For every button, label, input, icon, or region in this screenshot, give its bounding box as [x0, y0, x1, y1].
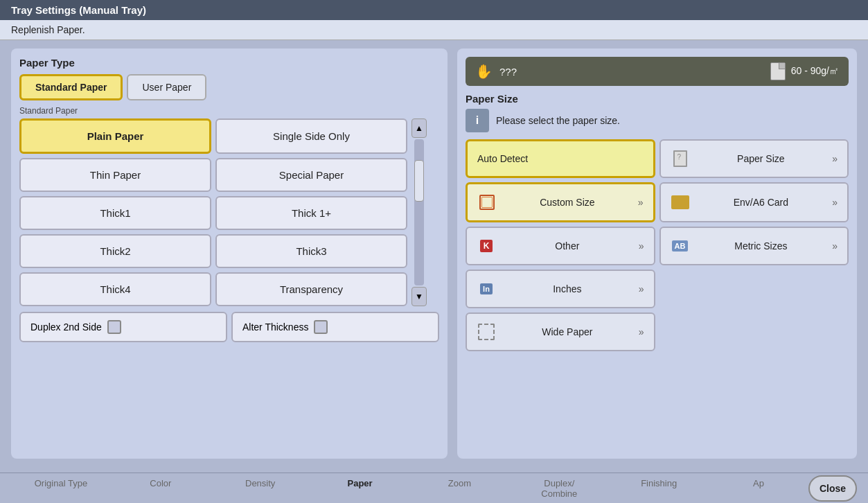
- paper-size-chevron: »: [832, 153, 838, 164]
- tab-finishing[interactable]: Finishing: [609, 474, 709, 503]
- custom-size-label: Custom Size: [502, 197, 632, 208]
- auto-detect-label: Auto Detect: [477, 153, 528, 164]
- scroll-track: [414, 139, 424, 285]
- bottom-tabs: Original Type Color Density Paper Zoom D…: [11, 474, 808, 503]
- in-icon: In: [480, 283, 493, 294]
- alter-label: Alter Thickness: [242, 321, 308, 333]
- paper-btn-thick1[interactable]: Thick1: [19, 196, 211, 230]
- size-btn-other[interactable]: K Other »: [466, 227, 655, 265]
- custom-size-chevron: »: [638, 197, 644, 208]
- other-chevron: »: [639, 240, 644, 251]
- size-btn-custom-size[interactable]: Custom Size »: [466, 182, 655, 222]
- size-btn-metric[interactable]: AB Metric Sizes »: [659, 227, 849, 265]
- bottom-bar: Original Type Color Density Paper Zoom D…: [0, 473, 868, 503]
- alter-thickness-button[interactable]: Alter Thickness: [231, 312, 439, 342]
- duplex-2nd-side-button[interactable]: Duplex 2nd Side: [19, 312, 227, 342]
- paper-btn-transparency[interactable]: Transparency: [215, 272, 407, 306]
- paper-type-tabs: Standard Paper User Paper: [19, 74, 439, 100]
- custom-size-icon: [477, 193, 497, 212]
- paper-grid-wrapper: Plain Paper Single Side Only Thin Paper …: [19, 118, 439, 306]
- tab-color[interactable]: Color: [111, 474, 211, 503]
- scrollbar: ▲ ▼: [411, 118, 427, 306]
- subtitle-text: Replenish Paper.: [11, 24, 85, 35]
- other-icon: K: [477, 236, 496, 256]
- tab-user-paper[interactable]: User Paper: [127, 74, 206, 100]
- paper-type-heading: Paper Type: [19, 57, 439, 69]
- please-select-text: Please select the paper size.: [496, 115, 620, 126]
- scroll-up-button[interactable]: ▲: [411, 118, 427, 138]
- paper-btn-thick2[interactable]: Thick2: [19, 234, 211, 268]
- paper-btn-single-side[interactable]: Single Side Only: [215, 118, 407, 154]
- metric-label: Metric Sizes: [696, 240, 827, 251]
- paper-btn-thick4[interactable]: Thick4: [19, 272, 211, 306]
- inches-icon: In: [477, 279, 496, 299]
- subtitle-bar: Replenish Paper.: [0, 20, 868, 40]
- paper-btn-special[interactable]: Special Paper: [215, 158, 407, 192]
- size-grid: Auto Detect Paper Size » Custom Size »: [466, 139, 849, 351]
- main-content: Paper Type Standard Paper User Paper Sta…: [0, 40, 868, 467]
- wide-paper-icon: [477, 322, 496, 342]
- wide-paper-label: Wide Paper: [502, 326, 633, 337]
- inches-chevron: »: [639, 283, 644, 294]
- close-button[interactable]: Close: [808, 475, 857, 502]
- scroll-down-button[interactable]: ▼: [411, 287, 427, 306]
- duplex-label: Duplex 2nd Side: [30, 321, 102, 333]
- weight-range: 60 - 90g/㎡: [791, 65, 839, 78]
- paper-btn-thick3[interactable]: Thick3: [215, 234, 407, 268]
- tab-density[interactable]: Density: [211, 474, 310, 503]
- left-panel: Paper Type Standard Paper User Paper Sta…: [11, 48, 448, 459]
- tab-standard-paper[interactable]: Standard Paper: [19, 74, 123, 100]
- tab-zoom[interactable]: Zoom: [410, 474, 510, 503]
- tab-ap[interactable]: Ap: [709, 474, 808, 503]
- size-btn-wide-paper[interactable]: Wide Paper »: [466, 312, 655, 351]
- bottom-checkbox-row: Duplex 2nd Side Alter Thickness: [19, 312, 439, 342]
- paper-size-label-text: Paper Size: [696, 153, 827, 164]
- window-title: Tray Settings (Manual Tray): [11, 4, 146, 16]
- info-message: i Please select the paper size.: [466, 109, 849, 132]
- size-btn-auto-detect[interactable]: Auto Detect: [466, 139, 655, 178]
- tab-paper[interactable]: Paper: [310, 474, 410, 503]
- paper-btn-thin[interactable]: Thin Paper: [19, 158, 211, 192]
- env-chevron: »: [832, 197, 838, 208]
- paper-size-heading: Paper Size: [466, 93, 849, 105]
- paper-btn-plain[interactable]: Plain Paper: [19, 118, 211, 154]
- metric-icon: AB: [671, 236, 690, 256]
- paper-icon: [770, 62, 786, 80]
- ab-icon: AB: [672, 240, 689, 251]
- paper-info-bar: ✋ ??? 60 - 90g/㎡: [466, 57, 849, 86]
- metric-chevron: »: [832, 240, 838, 251]
- standard-paper-sublabel: Standard Paper: [19, 106, 439, 116]
- info-bar-left: ✋ ???: [475, 63, 517, 80]
- tab-original-type[interactable]: Original Type: [11, 474, 111, 503]
- inches-label: Inches: [502, 283, 633, 294]
- env-icon: [671, 193, 690, 212]
- alter-checkbox[interactable]: [314, 320, 328, 334]
- tab-duplex-combine[interactable]: Duplex/Combine: [509, 474, 609, 503]
- scroll-thumb[interactable]: [414, 160, 424, 202]
- size-btn-inches[interactable]: In Inches »: [466, 270, 655, 308]
- info-icon: i: [466, 109, 489, 132]
- paper-size-small-icon: [673, 150, 687, 167]
- duplex-checkbox[interactable]: [107, 320, 121, 334]
- size-btn-env[interactable]: Env/A6 Card »: [659, 182, 849, 222]
- paper-type-grid: Plain Paper Single Side Only Thin Paper …: [19, 118, 407, 306]
- right-panel: ✋ ??? 60 - 90g/㎡ Paper Size i Please sel…: [457, 48, 857, 459]
- other-label: Other: [502, 240, 633, 251]
- title-bar: Tray Settings (Manual Tray): [0, 0, 868, 20]
- paper-btn-thick1plus[interactable]: Thick 1+: [215, 196, 407, 230]
- hand-icon: ✋: [475, 63, 493, 80]
- wide-paper-chevron: »: [639, 326, 644, 337]
- k-icon: K: [480, 240, 493, 252]
- wide-icon-shape: [478, 324, 495, 340]
- paper-size-icon: [671, 149, 690, 168]
- info-bar-right: 60 - 90g/㎡: [770, 62, 839, 80]
- size-btn-paper-size[interactable]: Paper Size »: [659, 139, 849, 178]
- env-label: Env/A6 Card: [696, 197, 827, 208]
- info-question: ???: [499, 66, 517, 78]
